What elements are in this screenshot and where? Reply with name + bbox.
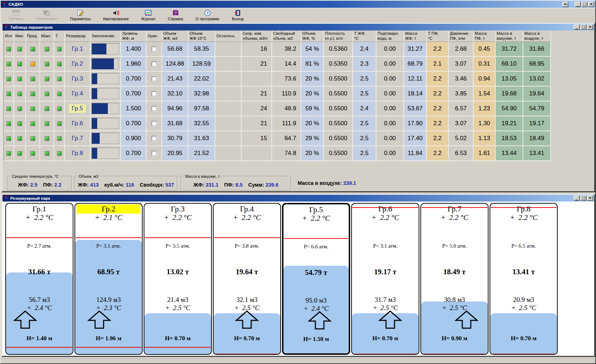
column-header-dens[interactable]: Плотность (н.у.), кг/л xyxy=(324,31,353,42)
toolbar: ТаблицаРезервуарыПараметрыКвитированиеЖу… xyxy=(1,8,595,22)
column-header-mvac[interactable]: Масса в вакууме, т xyxy=(496,31,523,42)
cell-mair: 18.49 xyxy=(523,131,551,146)
tank-card-Гр.7[interactable]: Гр.7+ 2.2 °СР= 5.0 атм.18.49 т30.8 м3+ 2… xyxy=(420,203,489,355)
column-header-pred[interactable]: Пред xyxy=(26,31,40,42)
cell-name[interactable]: Гр.4 xyxy=(65,87,90,101)
column-header-vol[interactable]: Объем ЖФ, м3 xyxy=(162,31,188,42)
cell-khran[interactable] xyxy=(147,87,162,101)
cell-khran[interactable] xyxy=(147,72,162,87)
tank-card-Гр.1[interactable]: Гр.1+ 2.2 °СР= 2.7 атм.31.66 т56.7 м3+ 2… xyxy=(5,203,73,355)
tank-name-label: Гр.7 xyxy=(69,134,86,143)
cell-name[interactable]: Гр.6 xyxy=(65,116,90,131)
column-header-press[interactable]: Давление ПФ, атм xyxy=(449,31,474,42)
tank-card-Гр.3[interactable]: Гр.3+ 2.2 °СР= 3.5 атм.13.02 т21.4 м3+ 2… xyxy=(144,203,212,355)
column-header-water[interactable]: Подтоварн. вода, м xyxy=(376,31,404,42)
maximize-button[interactable]: □ xyxy=(581,2,587,7)
column-header-level[interactable]: Уровень ЖФ, м xyxy=(121,31,147,42)
column-header-vol15[interactable]: Объем ЖФ 15°С xyxy=(188,31,215,42)
minimize-button[interactable]: _ xyxy=(575,2,581,7)
close-button[interactable]: × xyxy=(588,2,594,7)
cell-khran[interactable] xyxy=(147,42,162,57)
vapor-temperature-label: + 2.2 °С xyxy=(421,213,488,222)
storage-checkbox[interactable] xyxy=(151,121,156,126)
column-header-khran[interactable]: Хран xyxy=(147,31,162,42)
cell-khran[interactable] xyxy=(147,57,162,72)
cell-khran[interactable] xyxy=(147,116,162,131)
cell-vol: 56.68 xyxy=(162,42,188,57)
toolbar-button-journal[interactable]: Журнал xyxy=(139,9,158,21)
column-header-mpf[interactable]: Масса ПФ, т xyxy=(474,31,496,42)
storage-checkbox[interactable] xyxy=(151,91,156,96)
tank-card-Гр.2[interactable]: Гр.2+ 2.1 °СР= 3.1 атм.68.95 т124.9 м3+ … xyxy=(74,203,143,355)
summary-item-label: Сумм: xyxy=(248,182,266,188)
main-titlebar[interactable]: САДКО ⇔ _ □ × xyxy=(1,1,595,8)
cell-mair: 68.95 xyxy=(523,57,551,72)
cell-isp xyxy=(4,57,14,72)
summary-item-label: Масса в воздухе: xyxy=(298,180,343,186)
volume-label: 56.7 м3 xyxy=(6,296,73,304)
column-header-isp[interactable]: Исп xyxy=(4,31,14,42)
tank-card-Гр.8[interactable]: Гр.8+ 2.2 °СР= 6.5 атм.13.41 т20.9 м3+ 2… xyxy=(490,203,558,355)
toolbar-button-params[interactable]: Параметры xyxy=(67,9,93,21)
toolbar-button-help[interactable]: ?Справка xyxy=(165,9,186,21)
tank-card-title: Гр.5 xyxy=(283,205,349,214)
min-level-line xyxy=(421,354,487,354)
toolbar-button-about[interactable]: ?О программе xyxy=(193,9,222,21)
close-button[interactable]: × xyxy=(587,24,593,30)
park-window-titlebar[interactable]: Резервуарный парк _ □ × xyxy=(2,195,594,202)
cell-name[interactable]: Гр.5 xyxy=(65,101,90,116)
column-header-t[interactable]: Т xyxy=(54,31,65,42)
mass-label: 31.66 т xyxy=(6,268,73,276)
tank-name-label: Гр.8 xyxy=(69,149,86,158)
storage-checkbox[interactable] xyxy=(151,76,156,81)
column-header-tzhf[interactable]: Т ЖФ, °С xyxy=(353,31,376,42)
tank-card-Гр.6[interactable]: Гр.6+ 2.2 °СР= 3.1 атм.19.17 т31.7 м3+ 2… xyxy=(351,203,419,355)
column-header-free[interactable]: Свободный объем, м3 xyxy=(272,31,301,42)
column-header-fill[interactable]: Заполнение xyxy=(90,31,121,42)
column-header-ost[interactable]: Осталось xyxy=(215,31,242,42)
storage-checkbox[interactable] xyxy=(151,106,156,111)
column-header-tpf[interactable]: Т ПФ, °С xyxy=(427,31,449,42)
cell-name[interactable]: Гр.8 xyxy=(65,146,90,161)
toolbar-button-label: Справка xyxy=(168,17,183,21)
status-indicator-min-ok xyxy=(17,92,22,96)
tank-card-Гр.4[interactable]: Гр.4+ 2.2 °СР= 3.8 атм.19.64 т32.1 м3+ 2… xyxy=(213,203,281,355)
column-header-rate[interactable]: Скор. изм. объема, м3/ч xyxy=(242,31,272,42)
storage-checkbox[interactable] xyxy=(151,46,156,51)
column-header-maks[interactable]: Макс xyxy=(40,31,54,42)
minimize-button[interactable]: _ xyxy=(574,24,580,30)
toolbar-button-ack[interactable]: Квитирование xyxy=(101,9,131,21)
cell-name[interactable]: Гр.1 xyxy=(65,42,90,57)
column-header-mzhf[interactable]: Масса ЖФ, т xyxy=(404,31,427,42)
storage-checkbox[interactable] xyxy=(151,136,156,141)
params-icon xyxy=(76,10,84,16)
resize-button[interactable]: ⇔ xyxy=(562,2,568,7)
column-header-volpct[interactable]: Объем ЖФ, % xyxy=(301,31,324,42)
cell-khran[interactable] xyxy=(147,101,162,116)
column-header-min[interactable]: Мин xyxy=(14,31,26,42)
minimize-button[interactable]: _ xyxy=(574,195,580,201)
cell-khran[interactable] xyxy=(147,146,162,161)
cell-fill xyxy=(90,42,121,57)
storage-checkbox[interactable] xyxy=(151,61,156,66)
column-header-mair[interactable]: Масса в воздухе, т xyxy=(523,31,551,42)
cell-name[interactable]: Гр.2 xyxy=(65,57,90,72)
status-indicator-isp-ok xyxy=(6,62,11,66)
maximize-button[interactable]: □ xyxy=(580,195,586,201)
table-window-titlebar[interactable]: Таблица параметров _ □ × xyxy=(2,24,594,31)
cell-name[interactable]: Гр.7 xyxy=(65,131,90,146)
close-button[interactable]: × xyxy=(587,195,593,201)
storage-checkbox[interactable] xyxy=(151,151,156,156)
tank-card-Гр.5[interactable]: Гр.5+ 2.2 °СР= 6.6 атм.54.79 т95.0 м3+ 2… xyxy=(282,203,350,355)
cell-free: 14.4 xyxy=(272,57,301,72)
column-header-name[interactable]: Резервуар xyxy=(65,31,90,42)
cell-name[interactable]: Гр.3 xyxy=(65,72,90,87)
toolbar-button-exit[interactable]: Выход xyxy=(229,9,246,21)
cell-khran[interactable] xyxy=(147,131,162,146)
cell-pred xyxy=(26,101,40,116)
cell-ost xyxy=(215,57,242,72)
volume-label: 124.9 м3 xyxy=(75,296,142,304)
maximize-button[interactable]: □ xyxy=(580,24,586,30)
cell-tpf: 2.2 xyxy=(427,146,449,161)
cell-mzhf: 31.27 xyxy=(404,42,427,57)
